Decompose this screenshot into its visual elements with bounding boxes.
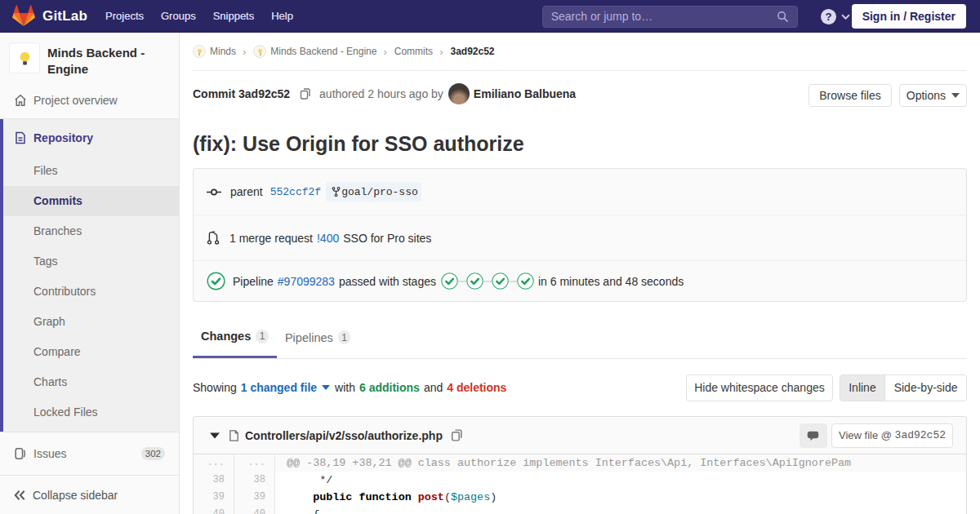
svg-text:?: ? — [825, 11, 831, 23]
